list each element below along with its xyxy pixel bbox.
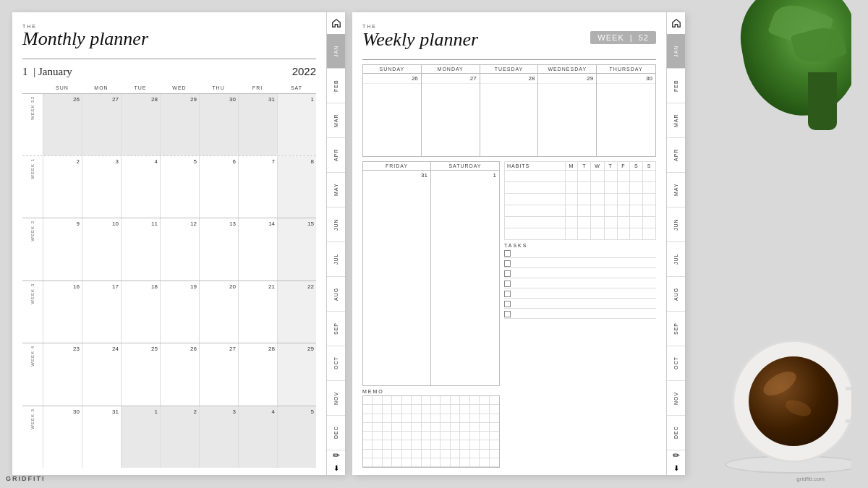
cal-cell-w4d5[interactable]: 28 [238, 343, 277, 405]
weekly-side-tab-jan[interactable]: JAN [667, 34, 685, 69]
habit-cell-r0d6[interactable] [643, 171, 656, 182]
weekly-side-tab-may[interactable]: MAY [667, 173, 685, 207]
habit-cell-r3d1[interactable] [578, 205, 591, 217]
task-item-0[interactable] [504, 249, 656, 258]
weekly-side-tab-apr[interactable]: APR [667, 138, 685, 173]
monthly-side-tab-jan[interactable]: JAN [327, 34, 345, 69]
cal-cell-w3d4[interactable]: 20 [199, 281, 238, 343]
habit-cell-r5d5[interactable] [630, 228, 643, 240]
task-item-1[interactable] [504, 260, 656, 268]
cal-cell-w1d1[interactable]: 3 [82, 156, 121, 218]
habit-cell-r4d3[interactable] [604, 217, 617, 228]
weekly-side-tab-mar[interactable]: MAR [667, 103, 685, 138]
habit-cell-r3d6[interactable] [643, 205, 656, 217]
monthly-side-tab-oct[interactable]: OCT [327, 346, 345, 381]
habit-cell-r1d6[interactable] [643, 182, 656, 194]
monthly-side-tab-jun[interactable]: JUN [327, 207, 345, 242]
monthly-pencil-icon[interactable]: ✏ [333, 450, 340, 461]
cal-cell-w0d4[interactable]: 30 [199, 94, 238, 155]
cal-cell-w5d2[interactable]: 1 [121, 406, 160, 468]
habit-cell-r3d5[interactable] [630, 205, 643, 217]
habit-cell-r3d0[interactable] [565, 205, 578, 217]
weekly-side-tab-oct[interactable]: OCT [667, 346, 685, 381]
cal-cell-w3d5[interactable]: 21 [238, 281, 277, 343]
cal-cell-w2d4[interactable]: 13 [199, 218, 238, 280]
task-checkbox-4[interactable] [504, 291, 511, 297]
weekly-side-tab-sep[interactable]: SEP [667, 312, 685, 346]
weekly-day-body-2[interactable] [480, 84, 538, 156]
habit-cell-r4d1[interactable] [578, 217, 591, 228]
cal-cell-w3d2[interactable]: 18 [121, 281, 160, 343]
weekly-day-body-1[interactable] [422, 84, 480, 156]
habit-cell-r2d0[interactable] [565, 194, 578, 205]
task-item-6[interactable] [504, 310, 656, 319]
cal-cell-w0d1[interactable]: 27 [82, 94, 121, 155]
monthly-home-icon[interactable] [328, 15, 344, 31]
cal-cell-w0d0[interactable]: 26 [43, 94, 82, 155]
cal-cell-w3d0[interactable]: 16 [43, 281, 82, 343]
habit-cell-r5d1[interactable] [578, 228, 591, 240]
cal-cell-w2d0[interactable]: 9 [43, 218, 82, 280]
habit-cell-r1d0[interactable] [565, 182, 578, 194]
habit-cell-r5d0[interactable] [565, 228, 578, 240]
habit-cell-r1d2[interactable] [591, 182, 605, 194]
habit-cell-r1d1[interactable] [578, 182, 591, 194]
cal-cell-w1d0[interactable]: 2 [43, 156, 82, 218]
habit-cell-r2d5[interactable] [630, 194, 643, 205]
habit-cell-r3d3[interactable] [604, 205, 617, 217]
monthly-side-tab-feb[interactable]: FEB [327, 69, 345, 103]
weekly-side-tab-feb[interactable]: FEB [667, 69, 685, 103]
weekly-side-tab-jul[interactable]: JUL [667, 242, 685, 277]
monthly-side-tab-sep[interactable]: SEP [327, 312, 345, 346]
habit-cell-r0d0[interactable] [565, 171, 578, 182]
habit-cell-r2d4[interactable] [617, 194, 630, 205]
cal-cell-w1d5[interactable]: 7 [238, 156, 277, 218]
task-checkbox-0[interactable] [504, 250, 511, 257]
cal-cell-w4d6[interactable]: 29 [277, 343, 316, 405]
task-item-3[interactable] [504, 280, 656, 288]
weekly-download-icon[interactable]: ⬇ [673, 464, 679, 472]
cal-cell-w5d3[interactable]: 2 [160, 406, 199, 468]
task-item-2[interactable] [504, 270, 656, 278]
cal-cell-w0d6[interactable]: 1 [277, 94, 316, 155]
weekly-day-body-3[interactable] [538, 84, 596, 156]
habit-cell-r4d0[interactable] [565, 217, 578, 228]
habit-cell-r2d1[interactable] [578, 194, 591, 205]
cal-cell-w5d6[interactable]: 5 [277, 406, 316, 468]
habit-cell-r4d4[interactable] [617, 217, 630, 228]
habit-cell-r3d4[interactable] [617, 205, 630, 217]
task-checkbox-3[interactable] [504, 281, 511, 287]
monthly-side-tab-aug[interactable]: AUG [327, 277, 345, 312]
cal-cell-w1d6[interactable]: 8 [277, 156, 316, 218]
cal-cell-w4d3[interactable]: 26 [160, 343, 199, 405]
cal-cell-w5d4[interactable]: 3 [199, 406, 238, 468]
cal-cell-w2d5[interactable]: 14 [238, 218, 277, 280]
habit-cell-r3d2[interactable] [591, 205, 605, 217]
weekly-side-tab-dec[interactable]: DEC [667, 416, 685, 450]
monthly-side-tab-jul[interactable]: JUL [327, 242, 345, 277]
cal-cell-w0d5[interactable]: 31 [238, 94, 277, 155]
habit-cell-r5d2[interactable] [591, 228, 605, 240]
habit-cell-r5d4[interactable] [617, 228, 630, 240]
habit-cell-r4d5[interactable] [630, 217, 643, 228]
habit-cell-r0d4[interactable] [617, 171, 630, 182]
cal-cell-w4d4[interactable]: 27 [199, 343, 238, 405]
habit-cell-r4d6[interactable] [643, 217, 656, 228]
cal-cell-w2d2[interactable]: 11 [121, 218, 160, 280]
monthly-side-tab-mar[interactable]: MAR [327, 103, 345, 138]
weekly-day-body-0[interactable] [363, 84, 421, 156]
task-item-5[interactable] [504, 300, 656, 309]
weekly-pencil-icon[interactable]: ✏ [673, 450, 680, 461]
habit-cell-r5d3[interactable] [604, 228, 617, 240]
task-checkbox-5[interactable] [504, 301, 511, 307]
task-item-4[interactable] [504, 290, 656, 299]
cal-cell-w4d0[interactable]: 23 [43, 343, 82, 405]
cal-cell-w5d1[interactable]: 31 [82, 406, 121, 468]
habit-cell-r5d6[interactable] [643, 228, 656, 240]
task-checkbox-6[interactable] [504, 311, 511, 317]
habit-cell-r1d5[interactable] [630, 182, 643, 194]
monthly-side-tab-apr[interactable]: APR [327, 138, 345, 173]
cal-cell-w3d1[interactable]: 17 [82, 281, 121, 343]
weekly-side-tab-aug[interactable]: AUG [667, 277, 685, 312]
monthly-side-tab-may[interactable]: MAY [327, 173, 345, 207]
